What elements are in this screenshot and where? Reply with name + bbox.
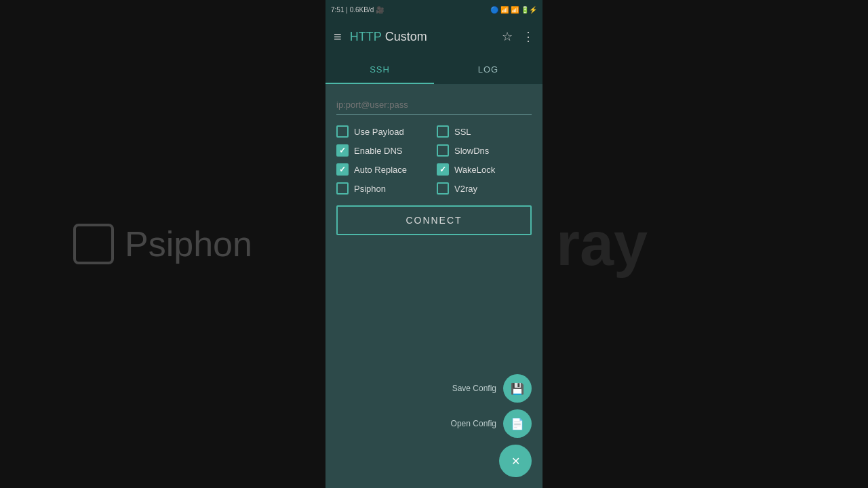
- checkbox-slow-dns-label: SlowDns: [454, 146, 489, 156]
- checkbox-use-payload-box[interactable]: [336, 125, 349, 138]
- save-config-button[interactable]: 💾: [503, 374, 532, 403]
- save-icon: 💾: [511, 382, 524, 395]
- checkbox-ssl-label: SSL: [454, 127, 471, 137]
- wifi-icon: 📶: [500, 6, 509, 14]
- checkbox-wakelock-label: WakeLock: [454, 165, 495, 175]
- save-config-row: Save Config 💾: [452, 374, 532, 403]
- background-right: ray: [542, 0, 868, 488]
- open-config-button[interactable]: 📄: [503, 409, 532, 438]
- app-title-custom: Custom: [382, 30, 427, 43]
- checkbox-v2ray-label: V2ray: [454, 184, 477, 194]
- app-title-http: HTTP: [350, 30, 382, 43]
- background-left: Psiphon: [0, 0, 326, 488]
- tabs-container: SSH LOG: [326, 54, 542, 85]
- status-time: 7:51 | 0.6KB/d 🎥: [331, 6, 384, 14]
- close-fab-button[interactable]: ✕: [499, 445, 532, 477]
- open-icon: 📄: [511, 418, 524, 430]
- checkbox-use-payload[interactable]: Use Payload: [336, 125, 431, 138]
- status-right: 🔵 📶 📶 🔋⚡: [490, 6, 537, 14]
- bg-left-text: Psiphon: [125, 224, 252, 264]
- checkbox-v2ray[interactable]: V2ray: [437, 182, 532, 195]
- bg-right-text: ray: [556, 209, 648, 279]
- close-icon: ✕: [511, 455, 520, 468]
- app-title: HTTP Custom: [350, 30, 494, 44]
- ssh-input[interactable]: [336, 96, 532, 115]
- checkboxes-grid: Use Payload SSL Enable DNS SlowDns Auto …: [336, 125, 532, 195]
- checkbox-slow-dns-box[interactable]: [437, 144, 449, 157]
- checkbox-use-payload-label: Use Payload: [354, 127, 404, 137]
- more-icon[interactable]: ⋮: [522, 29, 534, 44]
- close-fab-row: ✕: [499, 445, 532, 477]
- checkbox-wakelock-box[interactable]: [437, 163, 449, 176]
- app-bar: ≡ HTTP Custom ☆ ⋮: [326, 19, 542, 54]
- checkbox-auto-replace-box[interactable]: [336, 163, 349, 176]
- app-bar-icons: ☆ ⋮: [502, 29, 534, 44]
- save-config-label: Save Config: [452, 384, 496, 393]
- tab-log[interactable]: LOG: [434, 54, 542, 84]
- connect-button[interactable]: CONNECT: [336, 205, 532, 235]
- checkbox-ssl-box[interactable]: [437, 125, 449, 138]
- checkbox-ssl[interactable]: SSL: [437, 125, 532, 138]
- checkbox-auto-replace[interactable]: Auto Replace: [336, 163, 431, 176]
- checkbox-v2ray-box[interactable]: [437, 182, 449, 195]
- checkbox-enable-dns-box[interactable]: [336, 144, 349, 157]
- signal-icon: 📶: [511, 6, 519, 14]
- open-config-label: Open Config: [451, 419, 496, 428]
- checkbox-auto-replace-label: Auto Replace: [354, 165, 407, 175]
- checkbox-psiphon-box[interactable]: [336, 182, 349, 195]
- bg-left-icon: [73, 224, 114, 264]
- battery-icon: 🔋⚡: [521, 6, 537, 14]
- open-config-row: Open Config 📄: [451, 409, 532, 438]
- checkbox-psiphon[interactable]: Psiphon: [336, 182, 431, 195]
- settings-icon[interactable]: ☆: [502, 29, 513, 44]
- bluetooth-icon: 🔵: [490, 6, 498, 14]
- phone-frame: 7:51 | 0.6KB/d 🎥 🔵 📶 📶 🔋⚡ ≡ HTTP Custom …: [326, 0, 542, 488]
- status-bar: 7:51 | 0.6KB/d 🎥 🔵 📶 📶 🔋⚡: [326, 0, 542, 19]
- checkbox-enable-dns[interactable]: Enable DNS: [336, 144, 431, 157]
- checkbox-psiphon-label: Psiphon: [354, 184, 386, 194]
- checkbox-enable-dns-label: Enable DNS: [354, 146, 403, 156]
- fab-area: Save Config 💾 Open Config 📄 ✕: [440, 363, 542, 488]
- checkbox-wakelock[interactable]: WakeLock: [437, 163, 532, 176]
- tab-ssh[interactable]: SSH: [326, 54, 434, 84]
- checkbox-slow-dns[interactable]: SlowDns: [437, 144, 532, 157]
- menu-icon[interactable]: ≡: [334, 29, 342, 45]
